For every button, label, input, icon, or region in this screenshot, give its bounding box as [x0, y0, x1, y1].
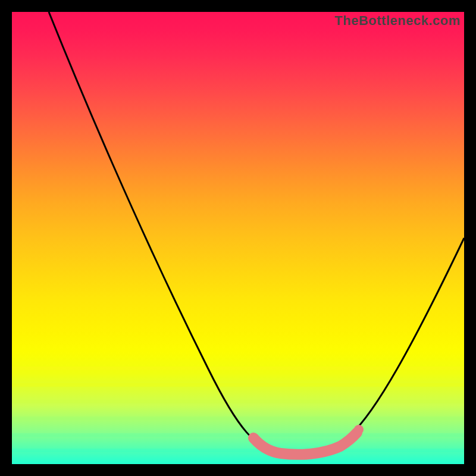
bottleneck-curve-path [49, 12, 464, 453]
chart-frame: TheBottleneck.com [12, 12, 464, 464]
optimal-range-highlight [253, 433, 357, 455]
watermark-text: TheBottleneck.com [335, 13, 461, 29]
chart-svg [12, 12, 464, 464]
optimal-range-end-dot [354, 425, 364, 434]
